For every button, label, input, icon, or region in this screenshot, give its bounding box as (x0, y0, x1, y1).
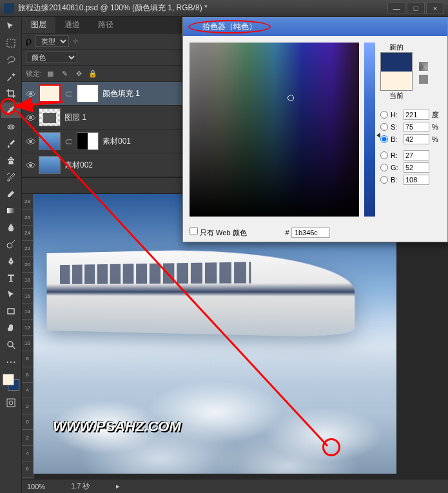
r-input[interactable] (404, 150, 429, 160)
status-bar: 100% 1.7 秒 ▸ (22, 479, 448, 493)
b-input[interactable] (404, 134, 429, 144)
crop-tool[interactable] (1, 86, 21, 101)
websafe-warning-icon[interactable] (419, 75, 428, 84)
h-radio[interactable] (380, 111, 388, 119)
marquee-tool[interactable] (1, 35, 21, 51)
path-select-tool[interactable] (1, 287, 21, 302)
lock-all-icon[interactable]: 🔒 (87, 68, 99, 79)
layer-thumbnail[interactable] (39, 156, 61, 174)
color-picker-dialog[interactable]: 拾色器（纯色） 新的 当前 (182, 17, 448, 242)
zoom-level[interactable]: 100% (27, 483, 45, 490)
lock-pixels-icon[interactable]: ✎ (59, 68, 70, 79)
lock-transparency-icon[interactable]: ▦ (44, 68, 56, 79)
clone-stamp-tool[interactable] (1, 153, 21, 168)
bl-radio[interactable] (380, 176, 388, 184)
pen-tool[interactable] (1, 253, 21, 269)
current-color-label: 当前 (380, 91, 413, 101)
s-input[interactable] (404, 122, 429, 132)
g-input[interactable] (404, 162, 429, 173)
zoom-tool[interactable] (1, 337, 21, 353)
edit-toolbar-button[interactable]: ⋯ (1, 354, 21, 369)
layer-thumbnail[interactable] (39, 84, 61, 102)
rectangle-tool[interactable] (1, 304, 21, 319)
lasso-tool[interactable] (1, 52, 21, 68)
visibility-icon[interactable]: 👁 (26, 160, 35, 169)
hue-slider-thumb[interactable] (376, 133, 380, 138)
layer-name[interactable]: 图层 1 (64, 112, 86, 123)
b-radio[interactable] (380, 135, 388, 143)
bl-input[interactable] (404, 175, 429, 185)
tab-layers[interactable]: 图层 (22, 17, 55, 33)
maximize-button[interactable]: □ (407, 3, 425, 14)
g-radio[interactable] (380, 164, 388, 171)
layer-kind-filter[interactable]: 类型 (35, 35, 69, 47)
color-picker-title: 拾色器（纯色） (188, 20, 271, 34)
s-radio[interactable] (380, 123, 388, 131)
blur-tool[interactable] (1, 220, 21, 235)
magic-wand-tool[interactable] (1, 69, 21, 84)
tab-paths[interactable]: 路径 (89, 17, 122, 33)
web-only-checkbox-label[interactable]: 只有 Web 颜色 (190, 227, 247, 238)
hue-slider[interactable] (364, 43, 376, 217)
brush-tool[interactable] (1, 136, 21, 151)
color-value-inputs: H: 度 S: % B: % (380, 110, 441, 187)
gradient-tool[interactable] (1, 203, 21, 218)
color-swatches[interactable] (3, 374, 19, 391)
web-only-checkbox[interactable] (190, 227, 198, 235)
watermark-text: WWW.PSAHZ.COM (53, 418, 181, 435)
window-controls: — □ × (387, 3, 444, 14)
lock-position-icon[interactable]: ✥ (73, 68, 84, 79)
color-field[interactable] (190, 43, 359, 217)
move-tool[interactable] (1, 19, 21, 34)
gamut-warning-icon[interactable] (419, 62, 428, 71)
tab-channels[interactable]: 通道 (55, 17, 89, 33)
timing-info: 1.7 秒 (71, 481, 90, 491)
layer-mask-thumbnail[interactable] (77, 132, 99, 150)
minimize-button[interactable]: — (387, 3, 405, 14)
svg-point-3 (12, 126, 13, 128)
history-brush-tool[interactable] (1, 169, 21, 185)
visibility-icon[interactable]: 👁 (26, 89, 35, 98)
spot-heal-tool[interactable] (1, 119, 21, 135)
svg-point-9 (9, 401, 13, 405)
tools-toolbar: ⋯ (0, 17, 22, 493)
svg-rect-8 (7, 399, 15, 407)
new-color-label: 新的 (380, 43, 413, 52)
h-input[interactable] (404, 110, 429, 120)
color-preview (380, 52, 413, 91)
svg-point-2 (9, 126, 10, 128)
layer-name[interactable]: 颜色填充 1 (102, 88, 140, 99)
r-radio[interactable] (380, 151, 388, 159)
svg-point-5 (7, 243, 12, 248)
eyedropper-tool[interactable] (1, 102, 21, 118)
lock-label: 锁定: (26, 69, 42, 79)
foreground-color-swatch[interactable] (3, 374, 14, 385)
visibility-icon[interactable]: 👁 (26, 113, 35, 122)
layer-thumbnail[interactable] (39, 108, 61, 126)
titlebar: 旅程边缘20140610.psd @ 100% (颜色填充 1, RGB/8) … (0, 0, 448, 17)
new-color-swatch[interactable] (381, 53, 412, 72)
status-chevron-icon[interactable]: ▸ (116, 482, 120, 490)
ps-app-icon (4, 3, 14, 14)
dodge-tool[interactable] (1, 237, 21, 252)
hex-input[interactable] (291, 227, 330, 238)
layer-name[interactable]: 素材002 (64, 160, 93, 171)
blend-mode-select[interactable]: 颜色 (26, 52, 77, 63)
close-button[interactable]: × (426, 3, 444, 14)
svg-rect-0 (7, 39, 15, 47)
svg-rect-6 (8, 309, 14, 314)
vertical-ruler: 28 26 24 22 20 18 16 14 12 10 8 6 4 2 0 … (22, 194, 34, 493)
document-title: 旅程边缘20140610.psd @ 100% (颜色填充 1, RGB/8) … (18, 3, 387, 14)
current-color-swatch[interactable] (381, 72, 412, 90)
quick-mask-button[interactable] (1, 395, 21, 411)
visibility-icon[interactable]: 👁 (26, 137, 35, 146)
hand-tool[interactable] (1, 320, 21, 336)
hex-prefix: # (286, 229, 289, 237)
eraser-tool[interactable] (1, 186, 21, 202)
layer-name[interactable]: 素材001 (102, 136, 131, 147)
type-tool[interactable] (1, 270, 21, 285)
layer-mask-thumbnail[interactable] (77, 84, 99, 102)
layer-thumbnail[interactable] (39, 132, 61, 150)
svg-rect-4 (7, 208, 15, 213)
color-picker-titlebar[interactable]: 拾色器（纯色） (183, 17, 447, 36)
